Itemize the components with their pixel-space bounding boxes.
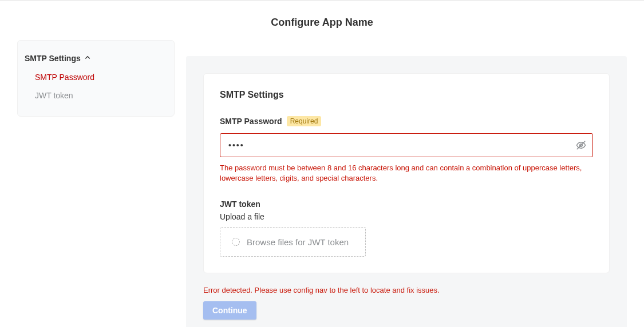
chevron-up-icon [84, 53, 91, 63]
smtp-password-label: SMTP Password [220, 117, 282, 126]
sidebar-item-smtp-password[interactable]: SMTP Password [18, 68, 174, 86]
upload-icon [232, 238, 240, 246]
sidebar-item-label: SMTP Password [35, 73, 94, 82]
jwt-file-dropzone[interactable]: Browse files for JWT token [220, 227, 366, 257]
password-input-wrapper [220, 133, 593, 157]
upload-file-label: Upload a file [220, 212, 593, 221]
smtp-password-input[interactable] [220, 133, 593, 157]
sidebar-item-label: JWT token [35, 91, 73, 100]
card-title: SMTP Settings [220, 90, 593, 100]
jwt-token-field: JWT token Upload a file Browse files for… [220, 200, 593, 257]
smtp-password-error: The password must be between 8 and 16 ch… [220, 163, 593, 184]
sidebar-group-title: SMTP Settings [25, 54, 81, 63]
page-title: Configure App Name [0, 1, 644, 40]
main-container: SMTP Settings SMTP Password JWT token SM… [0, 40, 644, 327]
sidebar: SMTP Settings SMTP Password JWT token [17, 40, 175, 117]
sidebar-item-jwt-token[interactable]: JWT token [18, 86, 174, 105]
required-badge: Required [287, 116, 322, 126]
continue-button[interactable]: Continue [203, 301, 256, 320]
content-area: SMTP Settings SMTP Password Required [186, 56, 627, 327]
hide-password-icon[interactable] [576, 140, 586, 150]
footer-error-text: Error detected. Please use config nav to… [203, 286, 610, 294]
smtp-password-field: SMTP Password Required The password must… [220, 116, 593, 184]
dropzone-text: Browse files for JWT token [247, 237, 349, 247]
field-label-row: SMTP Password Required [220, 116, 593, 126]
settings-card: SMTP Settings SMTP Password Required [203, 73, 610, 273]
sidebar-group-header[interactable]: SMTP Settings [18, 51, 174, 68]
jwt-token-label: JWT token [220, 200, 593, 209]
